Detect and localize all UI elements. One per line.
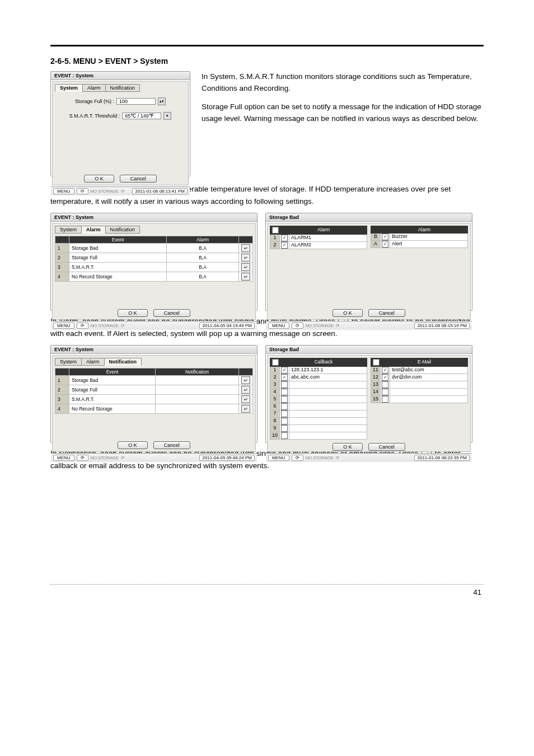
menu-button[interactable]: MENU (268, 455, 289, 461)
col-header-alarm: Alarm (381, 227, 467, 232)
list-item[interactable]: 1128.123.123.1 (270, 367, 367, 374)
cycle-icon[interactable]: ⟳ (77, 323, 88, 329)
menu-button[interactable]: MENU (268, 323, 289, 329)
cycle-icon[interactable]: ⟳ (77, 188, 88, 194)
enter-button[interactable]: ↵ (241, 263, 250, 271)
list-item[interactable]: 5 (270, 396, 367, 403)
enter-button[interactable]: ↵ (241, 244, 250, 252)
storage-full-input[interactable]: 100 (116, 98, 156, 105)
checkbox[interactable] (382, 367, 388, 374)
ok-button[interactable]: O K (118, 441, 148, 449)
checkbox[interactable] (281, 367, 288, 374)
list-item[interactable]: 10 (270, 432, 367, 440)
ok-button[interactable]: O K (332, 309, 363, 317)
section-heading: 2-6-5. MENU > EVENT > System (50, 57, 484, 66)
cancel-button[interactable]: Cancel (120, 175, 157, 183)
screenshot-event-system: EVENT : System System Alarm Notification… (50, 71, 190, 176)
page-number: 41 (50, 588, 484, 596)
smart-threshold-select[interactable]: 65℃ / 149℉ (122, 113, 161, 119)
tab-alarm[interactable]: Alarm (81, 226, 106, 234)
smart-threshold-label: S.M.A.R.T. Threshold : (69, 113, 120, 119)
alarm-row[interactable]: AAlert (371, 241, 468, 248)
status-no-storage: NO STORAGE (306, 455, 334, 460)
status-no-storage: NO STORAGE (306, 323, 334, 328)
status-timestamp: 2011-01-08 08:13:41 PM (132, 188, 188, 194)
col-header-email: E-Mail (381, 359, 467, 366)
cancel-button[interactable]: Cancel (368, 309, 405, 317)
tab-notification[interactable]: Notification (105, 226, 140, 234)
checkbox[interactable] (281, 381, 288, 388)
list-item[interactable]: 4 (270, 389, 367, 396)
list-item[interactable]: 13 (371, 381, 468, 389)
cancel-button[interactable]: Cancel (368, 443, 405, 451)
tab-notification[interactable]: Notification (104, 358, 142, 366)
status-no-storage: NO STORAGE (91, 189, 119, 194)
checkbox[interactable] (281, 403, 288, 410)
menu-button[interactable]: MENU (53, 323, 74, 329)
list-item[interactable]: 9 (270, 425, 367, 432)
screenshot-event-notification: EVENT : System System Alarm Notification… (50, 345, 257, 443)
menu-button[interactable]: MENU (53, 188, 74, 194)
enter-button[interactable]: ↵ (241, 405, 250, 413)
list-item[interactable]: 12dvr@dvr.com (371, 374, 468, 381)
alarm-row[interactable]: 1ALARM1 (270, 235, 367, 242)
storage-full-label: Storage Full (%) : (75, 99, 114, 104)
ok-button[interactable]: O K (84, 175, 114, 183)
status-timestamp: 2011-04-05 04:19:49 PM (199, 323, 255, 329)
enter-button[interactable]: ↵ (241, 376, 250, 384)
alarm-row[interactable]: 2ALARM2 (270, 242, 367, 249)
checkbox[interactable] (382, 381, 388, 388)
list-item[interactable]: 8 (270, 418, 367, 425)
tab-alarm[interactable]: Alarm (82, 84, 106, 92)
list-item[interactable]: 7 (270, 410, 367, 418)
checkbox[interactable] (281, 374, 288, 381)
checkbox[interactable] (382, 374, 388, 381)
checkbox[interactable] (281, 432, 288, 439)
ok-button[interactable]: O K (332, 443, 363, 451)
tab-notification[interactable]: Notification (105, 84, 140, 92)
tab-system[interactable]: System (55, 358, 82, 366)
tab-system[interactable]: System (55, 226, 82, 234)
menu-button[interactable]: MENU (53, 455, 74, 461)
checkbox[interactable] (281, 418, 288, 424)
cycle-icon[interactable]: ⟳ (292, 455, 303, 461)
enter-button[interactable]: ↵ (241, 386, 250, 394)
dialog-title: EVENT : System (54, 214, 93, 220)
screenshot-storage-bad-notify: Storage Bad Callback 1128.123.123.12abc.… (265, 345, 472, 443)
status-no-storage: NO STORAGE (91, 323, 119, 328)
list-item[interactable]: 3 (270, 381, 367, 389)
enter-button[interactable]: ↵ (241, 395, 250, 403)
dialog-title: EVENT : System (54, 73, 93, 78)
list-item[interactable]: 14 (371, 389, 468, 396)
tab-alarm[interactable]: Alarm (81, 358, 105, 366)
checkbox[interactable] (281, 410, 288, 417)
screenshot-storage-bad-alarm: Storage Bad Alarm 1ALARM1 2ALARM2 Alarm … (265, 213, 472, 311)
checkbox[interactable] (281, 425, 288, 432)
checkbox[interactable] (382, 389, 388, 395)
spin-icon[interactable]: ▴▾ (158, 97, 166, 105)
checkbox[interactable] (382, 396, 388, 403)
screenshot-event-alarm: EVENT : System System Alarm Notification… (50, 213, 257, 311)
dropdown-icon[interactable]: ▾ (163, 112, 171, 120)
cancel-button[interactable]: Cancel (153, 441, 190, 449)
cancel-button[interactable]: Cancel (153, 309, 190, 317)
intro-paragraph-1: In System, S.M.A.R.T function monitors s… (202, 71, 484, 95)
list-item[interactable]: 2abc.abc.com (270, 374, 367, 381)
col-header-alarm: Alarm (280, 227, 367, 234)
ok-button[interactable]: O K (118, 309, 148, 317)
cycle-icon[interactable]: ⟳ (292, 323, 303, 329)
alarm-row[interactable]: BBuzzer (371, 234, 468, 241)
enter-button[interactable]: ↵ (241, 254, 250, 262)
tab-system[interactable]: System (55, 84, 83, 92)
cycle-icon[interactable]: ⟳ (77, 455, 88, 461)
dialog-title: Storage Bad (269, 347, 299, 352)
enter-button[interactable]: ↵ (241, 273, 250, 281)
status-timestamp: 2011-04-05 05:48:24 PM (199, 455, 255, 461)
checkbox[interactable] (281, 389, 288, 395)
dialog-title: EVENT : System (54, 347, 93, 352)
list-item[interactable]: 15 (371, 396, 468, 403)
status-no-storage: NO STORAGE (91, 455, 119, 460)
list-item[interactable]: 11test@abc.com (371, 367, 468, 374)
list-item[interactable]: 6 (270, 403, 367, 410)
checkbox[interactable] (281, 396, 288, 403)
